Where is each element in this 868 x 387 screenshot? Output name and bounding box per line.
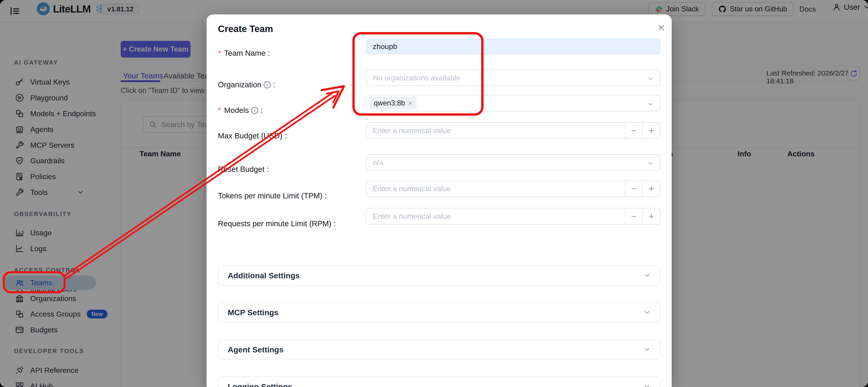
additional-settings-accordion[interactable]: Additional Settings — [218, 266, 660, 285]
max-budget-input[interactable] — [366, 122, 660, 139]
max-budget-number-input: − + — [366, 122, 660, 139]
decrement-button[interactable]: − — [625, 180, 642, 197]
accordion-title: MCP Settings — [228, 308, 279, 317]
reset-budget-select[interactable]: n/a — [366, 154, 660, 171]
models-select[interactable]: qwen3:8b × — [366, 95, 660, 111]
team-name-label: * Team Name : — [218, 49, 270, 58]
chevron-down-icon — [647, 101, 654, 108]
mcp-settings-accordion[interactable]: MCP Settings — [218, 303, 660, 322]
tpm-label: Tokens per minute Limit (TPM) : — [218, 191, 327, 200]
increment-button[interactable]: + — [643, 122, 660, 139]
chevron-down-icon — [643, 309, 651, 316]
team-name-input[interactable] — [366, 38, 660, 55]
litellm-admin-screen: LiteLLM v1.81.12 Join Slack Star us on G… — [0, 0, 868, 387]
tpm-number-input: − + — [366, 180, 660, 197]
organization-label: Organization i : — [218, 80, 275, 89]
info-icon: i — [264, 81, 271, 88]
chevron-down-icon — [643, 272, 651, 279]
close-icon[interactable]: × — [653, 20, 670, 36]
agent-settings-accordion[interactable]: Agent Settings — [218, 340, 660, 360]
chevron-down-icon — [647, 160, 654, 167]
increment-button[interactable]: + — [643, 180, 660, 197]
rpm-number-input: − + — [366, 208, 660, 224]
organization-placeholder: No organizations available — [373, 74, 460, 82]
logging-settings-accordion[interactable]: Logging Settings — [218, 377, 660, 387]
chevron-down-icon — [643, 383, 651, 387]
model-tag: qwen3:8b × — [370, 97, 416, 109]
organization-select[interactable]: No organizations available — [366, 70, 660, 86]
modal-title: Create Team — [218, 24, 273, 34]
accordion-title: Logging Settings — [228, 382, 292, 387]
create-team-modal: Create Team × * Team Name : Organization… — [207, 14, 672, 387]
required-mark: * — [218, 49, 221, 58]
remove-tag-icon[interactable]: × — [408, 99, 412, 107]
info-icon: i — [251, 107, 258, 114]
accordion-title: Agent Settings — [228, 345, 283, 354]
rpm-input[interactable] — [366, 208, 660, 224]
rpm-label: Requests per minute Limit (RPM) : — [218, 219, 336, 228]
decrement-button[interactable]: − — [625, 122, 642, 139]
chevron-down-icon — [647, 75, 654, 82]
increment-button[interactable]: + — [643, 208, 660, 224]
required-mark: * — [218, 106, 221, 115]
reset-budget-placeholder: n/a — [373, 158, 383, 167]
max-budget-label: Max Budget (USD) : — [218, 132, 287, 140]
tpm-input[interactable] — [366, 180, 660, 197]
accordion-title: Additional Settings — [228, 271, 300, 280]
reset-budget-label: Reset Budget : — [218, 165, 269, 174]
chevron-down-icon — [643, 346, 651, 353]
decrement-button[interactable]: − — [625, 208, 642, 224]
models-label: * Models i : — [218, 106, 262, 115]
